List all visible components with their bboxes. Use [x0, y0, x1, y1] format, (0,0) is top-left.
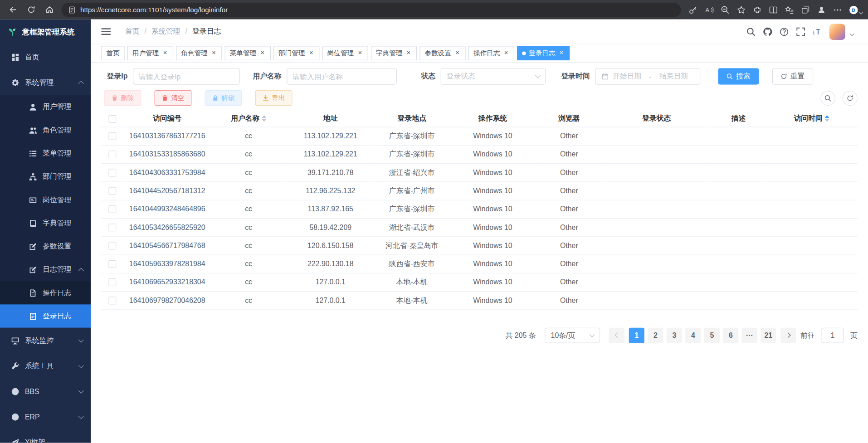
column-header[interactable]: 浏览器	[536, 110, 602, 127]
reload-icon[interactable]	[24, 2, 39, 17]
sort-carets[interactable]	[825, 115, 829, 122]
tab[interactable]: 登录日志	[517, 46, 570, 60]
back-icon[interactable]	[5, 2, 20, 17]
prev-page-button[interactable]	[609, 327, 624, 343]
favorite-star-icon[interactable]	[733, 2, 748, 17]
breadcrumb-item[interactable]: 登录日志	[180, 27, 221, 37]
select-all-checkbox[interactable]	[108, 115, 116, 122]
tab-close-icon[interactable]	[356, 50, 363, 57]
column-header[interactable]: 地址	[286, 110, 375, 127]
tab[interactable]: 菜单管理	[225, 46, 271, 60]
tab-close-icon[interactable]	[405, 50, 412, 57]
tab-close-icon[interactable]	[454, 50, 461, 57]
font-size-icon[interactable]: tT	[813, 27, 822, 36]
export-button[interactable]: 导出	[255, 90, 293, 106]
sidebar-item[interactable]: ERP	[0, 404, 91, 429]
profile-icon[interactable]	[814, 2, 829, 17]
sort-carets[interactable]	[262, 115, 266, 122]
breadcrumb-item[interactable]: 系统管理	[140, 27, 180, 37]
row-checkbox[interactable]	[108, 205, 116, 213]
delete-button[interactable]: 删除	[104, 90, 141, 106]
clear-button[interactable]: 清空	[155, 90, 192, 106]
sidebar-item[interactable]: 日志管理	[0, 258, 91, 281]
column-header[interactable]: 访问编号	[123, 110, 211, 127]
tab-close-icon[interactable]	[210, 50, 217, 57]
page-number-button[interactable]: 21	[761, 327, 776, 343]
sort-desc-icon[interactable]	[825, 119, 829, 122]
tab-close-icon[interactable]	[161, 50, 168, 57]
tab[interactable]: 岗位管理	[322, 46, 368, 60]
tab[interactable]: 参数设置	[419, 46, 465, 60]
row-checkbox[interactable]	[108, 169, 116, 177]
page-number-button[interactable]: 5	[704, 327, 720, 343]
extensions-icon[interactable]	[750, 2, 765, 17]
toggle-search-icon[interactable]	[820, 91, 835, 106]
tab-close-icon[interactable]	[558, 50, 565, 57]
tab[interactable]: 字典管理	[371, 46, 417, 60]
column-header[interactable]: 登录状态	[602, 110, 712, 127]
sidebar-item[interactable]: 参数设置	[0, 235, 91, 258]
sort-asc-icon[interactable]	[262, 115, 266, 118]
search-button[interactable]: 搜索	[718, 68, 759, 85]
more-icon[interactable]	[830, 2, 845, 17]
sort-desc-icon[interactable]	[262, 119, 266, 122]
column-header[interactable]: 操作系统	[449, 110, 536, 127]
chevron-down-icon[interactable]	[849, 31, 854, 36]
question-icon[interactable]	[780, 27, 789, 36]
sidebar-item[interactable]: 部门管理	[0, 165, 91, 188]
fullscreen-icon[interactable]	[796, 27, 805, 36]
unlock-button[interactable]: 解锁	[205, 90, 242, 106]
username-input[interactable]	[287, 68, 397, 85]
sort-asc-icon[interactable]	[825, 115, 829, 118]
user-avatar[interactable]	[829, 24, 845, 39]
column-header[interactable]: 访问时间	[766, 110, 858, 127]
key-icon[interactable]	[685, 2, 700, 17]
url-bar[interactable]: https://ccnetcore.com:1101/system/log/lo…	[61, 2, 681, 17]
page-number-button[interactable]: 6	[723, 327, 738, 343]
tab-close-icon[interactable]	[259, 50, 266, 57]
goto-page-input[interactable]	[822, 327, 844, 343]
reset-button[interactable]: 重置	[772, 68, 813, 85]
sidebar-item[interactable]: 角色管理	[0, 118, 91, 141]
next-page-button[interactable]	[780, 327, 796, 343]
sidebar-item[interactable]: 系统监控	[0, 328, 91, 353]
sidebar-collapse-icon[interactable]	[101, 28, 111, 35]
sidebar-item[interactable]: 操作日志	[0, 281, 91, 304]
page-number-button[interactable]: ···	[742, 327, 757, 343]
row-checkbox[interactable]	[108, 151, 116, 158]
sidebar-item[interactable]: 字典管理	[0, 211, 91, 234]
row-checkbox[interactable]	[108, 132, 116, 140]
refresh-table-icon[interactable]	[843, 91, 858, 106]
tab[interactable]: 首页	[101, 46, 124, 60]
page-number-button[interactable]: 2	[648, 327, 663, 343]
sidebar-item[interactable]: 系统工具	[0, 353, 91, 379]
sidebar-item[interactable]: 用户管理	[0, 95, 91, 118]
date-range-picker[interactable]: 开始日期 - 结束日期	[595, 68, 700, 85]
sidebar-item[interactable]: 登录日志	[0, 304, 91, 327]
breadcrumb-item[interactable]: 首页	[125, 27, 140, 37]
row-checkbox[interactable]	[108, 278, 116, 286]
tab[interactable]: 角色管理	[176, 46, 222, 60]
column-header[interactable]: 用户名称	[211, 110, 286, 127]
collections-icon[interactable]	[798, 2, 813, 17]
row-checkbox[interactable]	[108, 224, 116, 232]
tab[interactable]: 操作日志	[468, 46, 514, 60]
tab[interactable]: 部门管理	[273, 46, 319, 60]
row-checkbox[interactable]	[108, 297, 116, 305]
tab-close-icon[interactable]	[502, 50, 509, 57]
sidebar-item[interactable]: BBS	[0, 379, 91, 404]
favorites-bar-icon[interactable]	[782, 2, 797, 17]
sidebar-item[interactable]: 首页	[0, 44, 91, 70]
column-header[interactable]: 描述	[712, 110, 766, 127]
sidebar-item[interactable]: Yi框架	[0, 429, 91, 443]
read-aloud-icon[interactable]: A	[702, 2, 717, 17]
row-checkbox[interactable]	[108, 260, 116, 268]
github-icon[interactable]	[763, 27, 772, 36]
home-icon[interactable]	[42, 2, 57, 17]
row-checkbox[interactable]	[108, 187, 116, 195]
sidebar-item[interactable]: 系统管理	[0, 70, 91, 95]
sidebar-item[interactable]: 岗位管理	[0, 188, 91, 211]
page-number-button[interactable]: 4	[685, 327, 701, 343]
sidebar-item[interactable]: 菜单管理	[0, 141, 91, 165]
row-checkbox[interactable]	[108, 242, 116, 250]
